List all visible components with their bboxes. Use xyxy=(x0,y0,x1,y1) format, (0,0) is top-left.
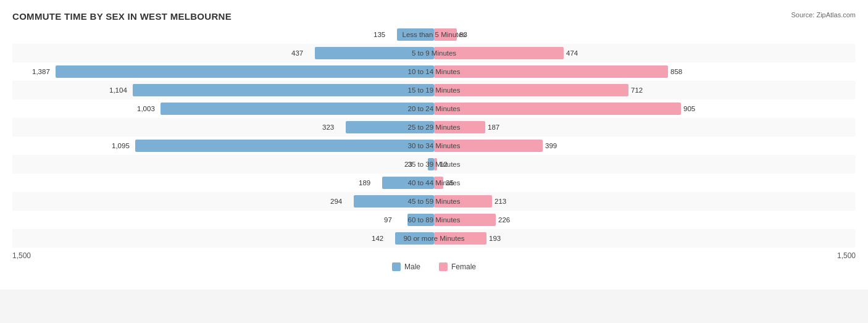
row-label: 60 to 89 Minutes xyxy=(407,211,460,229)
row-label: 5 to 9 Minutes xyxy=(412,44,456,62)
male-bar xyxy=(56,65,434,78)
legend-female: Female xyxy=(439,262,476,271)
female-value: 193 xyxy=(489,230,501,247)
female-bar xyxy=(434,84,628,96)
legend-female-box xyxy=(439,262,448,271)
chart-container: COMMUTE TIME BY SEX IN WEST MELBOURNE So… xyxy=(0,0,868,290)
male-value: 135 xyxy=(373,26,385,43)
male-bar xyxy=(133,84,434,96)
female-bar xyxy=(434,103,681,115)
male-value: 294 xyxy=(330,193,342,210)
legend-female-label: Female xyxy=(451,262,476,271)
row-label: 35 to 39 Minutes xyxy=(407,156,460,173)
chart-area: Less than 5 Minutes135835 to 9 Minutes43… xyxy=(12,25,856,248)
row-label: Less than 5 Minutes xyxy=(403,26,466,43)
female-bar xyxy=(434,65,668,78)
male-value: 1,387 xyxy=(32,63,50,80)
bar-row: 35 to 39 Minutes2312 xyxy=(12,155,856,174)
bar-row: 90 or more Minutes142193 xyxy=(12,229,856,248)
bar-row: 5 to 9 Minutes437474 xyxy=(12,44,856,62)
male-value: 142 xyxy=(372,230,383,247)
legend-male-box xyxy=(392,262,401,271)
source-label: Source: ZipAtlas.com xyxy=(791,11,856,19)
bar-row: 40 to 44 Minutes18935 xyxy=(12,174,856,192)
female-value: 187 xyxy=(488,119,499,136)
row-label: 30 to 34 Minutes xyxy=(407,137,460,154)
bar-row: Less than 5 Minutes13583 xyxy=(12,25,856,44)
female-value: 213 xyxy=(495,193,506,210)
row-label: 10 to 14 Minutes xyxy=(407,63,460,80)
male-value: 437 xyxy=(291,44,303,62)
male-value: 189 xyxy=(359,174,370,191)
female-value: 858 xyxy=(670,63,682,80)
axis-right-label: 1,500 xyxy=(837,251,856,260)
male-value: 323 xyxy=(322,119,334,136)
female-value: 226 xyxy=(498,211,510,229)
male-value: 97 xyxy=(384,211,392,229)
male-bar xyxy=(161,103,434,115)
bar-row: 60 to 89 Minutes97226 xyxy=(12,211,856,229)
legend-male: Male xyxy=(392,262,420,271)
axis-bottom: 1,500 1,500 xyxy=(12,251,856,260)
bar-row: 15 to 19 Minutes1,104712 xyxy=(12,81,856,99)
legend-male-label: Male xyxy=(404,262,420,271)
male-value: 1,104 xyxy=(109,82,127,99)
female-value: 905 xyxy=(683,100,695,117)
male-value: 1,095 xyxy=(112,137,130,154)
male-value: 1,003 xyxy=(137,100,155,117)
row-label: 20 to 24 Minutes xyxy=(407,100,460,117)
bar-row: 20 to 24 Minutes1,003905 xyxy=(12,99,856,118)
row-label: 90 or more Minutes xyxy=(403,230,464,247)
row-label: 40 to 44 Minutes xyxy=(407,174,460,191)
row-label: 45 to 59 Minutes xyxy=(407,193,460,210)
legend: Male Female xyxy=(12,262,856,271)
bar-row: 45 to 59 Minutes294213 xyxy=(12,192,856,211)
female-value: 474 xyxy=(566,44,578,62)
chart-title: COMMUTE TIME BY SEX IN WEST MELBOURNE xyxy=(12,11,856,22)
male-bar xyxy=(135,140,434,152)
female-value: 399 xyxy=(545,137,557,154)
axis-left-label: 1,500 xyxy=(12,251,31,260)
row-label: 25 to 29 Minutes xyxy=(407,119,460,136)
bar-row: 30 to 34 Minutes1,095399 xyxy=(12,136,856,155)
bar-row: 10 to 14 Minutes1,387858 xyxy=(12,62,856,81)
bar-row: 25 to 29 Minutes323187 xyxy=(12,118,856,136)
row-label: 15 to 19 Minutes xyxy=(407,82,460,99)
female-value: 712 xyxy=(631,82,643,99)
